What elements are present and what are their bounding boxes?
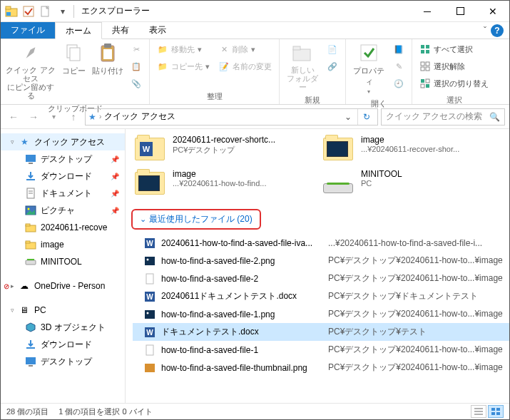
- file-icon: [144, 362, 155, 374]
- pin-icon: 📌: [111, 190, 119, 198]
- svg-rect-62: [496, 412, 500, 415]
- navigation-pane[interactable]: ▿ ★ クイック アクセス デスクトップ📌ダウンロード📌ドキュメント📌ピクチャ📌…: [1, 129, 126, 403]
- svg-text:W: W: [146, 293, 153, 301]
- easy-access-button[interactable]: 🔗: [324, 58, 341, 74]
- onedrive-icon: ☁: [19, 280, 30, 292]
- sidebar-quickaccess[interactable]: ▿ ★ クイック アクセス: [1, 133, 125, 150]
- tab-home[interactable]: ホーム: [55, 22, 102, 39]
- edit-button[interactable]: ✎: [390, 58, 407, 74]
- file-icon: [144, 344, 155, 356]
- move-to-button[interactable]: 📁移動先▾: [154, 41, 213, 57]
- select-all-button[interactable]: すべて選択: [417, 41, 491, 57]
- file-row[interactable]: how-to-find-a-saved-file-2PC¥デスクトップ¥2024…: [133, 270, 509, 287]
- search-input[interactable]: クイック アクセスの検索 🔍: [381, 108, 505, 126]
- new-folder-button[interactable]: 新しい フォルダー: [284, 41, 321, 91]
- pin-icon: 📌: [111, 207, 119, 215]
- document-icon: [25, 188, 36, 199]
- tab-share[interactable]: 共有: [102, 22, 139, 39]
- folder-icon: [321, 169, 355, 198]
- svg-rect-16: [421, 50, 424, 53]
- recent-files-header[interactable]: ⌄ 最近使用したファイル (20): [131, 209, 261, 230]
- back-button[interactable]: ←: [5, 108, 22, 126]
- paste-shortcut-button[interactable]: 📎: [128, 76, 145, 91]
- sidebar-pc[interactable]: ▿ 🖥 PC: [1, 302, 125, 319]
- sidebar-item[interactable]: 20240611-recove: [1, 219, 125, 236]
- cut-button[interactable]: ✂: [128, 41, 145, 57]
- file-row[interactable]: how-to-find-a-saved-file-1PC¥デスクトップ¥2024…: [133, 341, 509, 359]
- history-button[interactable]: 🕘: [390, 76, 407, 91]
- help-icon[interactable]: ?: [491, 24, 504, 37]
- minimize-button[interactable]: ─: [411, 1, 444, 22]
- select-none-button[interactable]: 選択解除: [417, 58, 491, 74]
- sidebar-item[interactable]: ピクチャ📌: [1, 202, 125, 219]
- frequent-folder[interactable]: MINITOOLPC: [321, 169, 498, 198]
- delete-button[interactable]: ✕削除▾: [215, 41, 275, 57]
- file-row[interactable]: W20240611-how-to-find-a-saved-file-iva..…: [133, 234, 509, 252]
- star-icon: ★: [88, 112, 96, 122]
- frequent-folder[interactable]: image...¥20240611-how-to-find...: [133, 169, 310, 198]
- paste-button[interactable]: 貼り付け: [91, 41, 125, 76]
- properties-button[interactable]: プロパティ▾: [350, 41, 387, 95]
- svg-rect-23: [426, 79, 429, 83]
- ribbon: クイック アクセス にピン留めする コピー 貼り付け ✂ 📋 📎 クリップボード…: [1, 39, 509, 105]
- ribbon-tabs: ファイル ホーム 共有 表示 ˇ ?: [1, 22, 509, 39]
- frequent-folder[interactable]: W20240611-recover-shortc...PC¥デスクトップ: [133, 135, 310, 163]
- open-button[interactable]: 📘: [390, 41, 407, 57]
- view-details-button[interactable]: [471, 405, 486, 418]
- file-row[interactable]: Wドキュメントテスト.docxPC¥デスクトップ¥テスト: [133, 323, 509, 341]
- ribbon-collapse-icon[interactable]: ˇ: [484, 26, 486, 36]
- pin-icon: 📌: [111, 173, 119, 180]
- sidebar-item[interactable]: image: [1, 236, 125, 253]
- svg-rect-5: [457, 8, 464, 15]
- maximize-button[interactable]: [444, 1, 476, 22]
- recent-files-list: W20240611-how-to-find-a-saved-file-iva..…: [133, 234, 509, 377]
- svg-rect-22: [421, 79, 424, 83]
- sidebar-item[interactable]: MINITOOL: [1, 253, 125, 270]
- file-row[interactable]: how-to-find-a-saved-file-1.pngPC¥デスクトップ¥…: [133, 305, 509, 323]
- pin-to-quickaccess-button[interactable]: クイック アクセス にピン留めする: [5, 41, 56, 100]
- search-placeholder: クイック アクセスの検索: [386, 111, 482, 123]
- rename-button[interactable]: 📝名前の変更: [215, 58, 275, 74]
- copy-button[interactable]: コピー: [59, 41, 88, 76]
- svg-rect-15: [426, 45, 429, 48]
- view-thumbnails-button[interactable]: [488, 405, 504, 418]
- copy-path-button[interactable]: 📋: [128, 58, 145, 74]
- sidebar-item[interactable]: デスクトップ📌: [1, 150, 125, 168]
- folder-icon: W: [133, 135, 167, 163]
- refresh-button[interactable]: ↻: [357, 109, 374, 125]
- up-button[interactable]: ↑: [65, 108, 82, 126]
- ribbon-right: ˇ ?: [484, 22, 509, 39]
- address-bar[interactable]: ★ › クイック アクセス ⌄ ↻: [85, 108, 378, 126]
- sidebar-onedrive[interactable]: ▸ ☁ OneDrive - Person ⊘: [1, 277, 125, 294]
- status-item-count: 28 個の項目: [6, 406, 49, 417]
- search-icon: 🔍: [489, 112, 500, 122]
- clipboard-small: ✂ 📋 📎: [128, 41, 145, 91]
- new-item-button[interactable]: 📄: [324, 41, 341, 57]
- forward-button[interactable]: →: [25, 108, 42, 126]
- tab-file[interactable]: ファイル: [1, 22, 55, 39]
- sidebar-item[interactable]: ダウンロード📌: [1, 168, 125, 185]
- file-row[interactable]: how-to-find-a-saved-file-2.pngPC¥デスクトップ¥…: [133, 252, 509, 270]
- content-scroll[interactable]: W20240611-recover-shortc...PC¥デスクトップimag…: [126, 129, 509, 403]
- download-icon: [25, 339, 36, 350]
- recent-locations-button[interactable]: ▾: [45, 108, 62, 126]
- sidebar-item[interactable]: 3D オブジェクト: [1, 319, 125, 336]
- close-button[interactable]: ✕: [476, 1, 509, 22]
- sidebar-item[interactable]: ダウンロード: [1, 336, 125, 353]
- sidebar-item[interactable]: ドキュメント📌: [1, 185, 125, 202]
- qat-file-icon[interactable]: [38, 4, 53, 19]
- svg-rect-14: [421, 45, 424, 48]
- copy-to-button[interactable]: 📁コピー先▾: [154, 58, 213, 74]
- svg-rect-1: [6, 6, 11, 9]
- ribbon-label-organize: 整理: [150, 90, 279, 104]
- qat-dropdown-icon[interactable]: ▾: [55, 4, 71, 19]
- file-row[interactable]: how-to-find-a-saved-file-thumbnail.pngPC…: [133, 359, 509, 377]
- frequent-folder[interactable]: image...¥20240611-recover-shor...: [321, 135, 498, 163]
- file-row[interactable]: W20240611ドキュメントテスト.docxPC¥デスクトップ¥ドキュメントテ…: [133, 287, 509, 305]
- select-invert-button[interactable]: 選択の切り替え: [417, 76, 491, 91]
- tab-view[interactable]: 表示: [139, 22, 176, 39]
- qat-checkbox-icon[interactable]: [21, 4, 36, 19]
- sidebar-item[interactable]: デスクトップ: [1, 353, 125, 370]
- address-location: クイック アクセス: [104, 111, 175, 123]
- address-dropdown-icon[interactable]: ⌄: [345, 112, 352, 122]
